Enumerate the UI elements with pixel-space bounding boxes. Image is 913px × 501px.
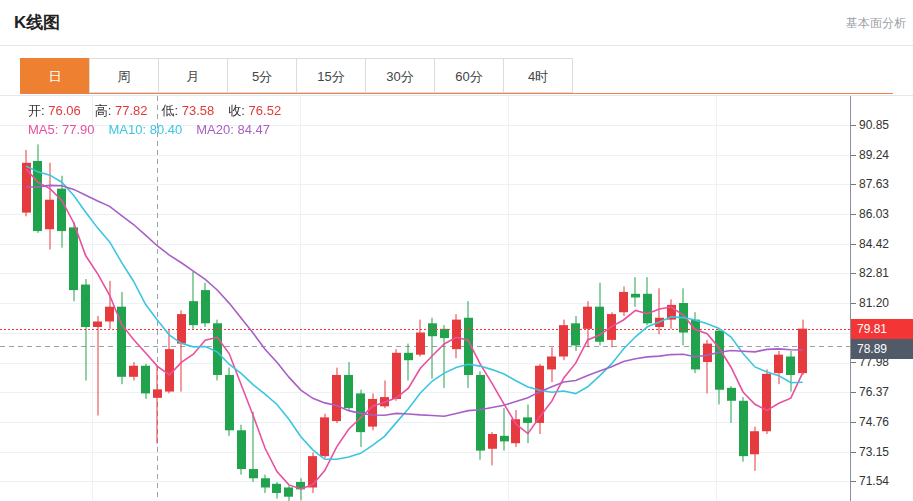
axis-tick-label: 73.15: [859, 444, 889, 460]
price-axis: 90.8589.2487.6386.0384.4282.8181.2077.98…: [850, 96, 913, 501]
crosshair-price-badge: 78.89: [851, 339, 913, 359]
axis-tickmark: [851, 184, 856, 185]
ma-ma5-value: 77.90: [58, 122, 94, 137]
page-title: K线图: [14, 11, 60, 34]
axis-tickmark: [851, 214, 856, 215]
tab-15min[interactable]: 15分: [296, 58, 366, 93]
kline-canvas[interactable]: [0, 96, 850, 501]
axis-tickmark: [851, 273, 856, 274]
axis-tick-label: 82.81: [859, 265, 889, 281]
chart-readout: 开: 76.06高: 77.82低: 73.58收: 76.52 MA5: 77…: [28, 101, 295, 139]
axis-tick-label: 86.03: [859, 206, 889, 222]
ohlc-high-label: 高:: [95, 103, 112, 118]
ohlc-open-value: 76.06: [45, 103, 81, 118]
title-divider: [0, 45, 913, 46]
axis-tickmark: [851, 244, 856, 245]
axis-tick-label: 71.54: [859, 473, 889, 489]
tab-month[interactable]: 月: [158, 58, 228, 93]
axis-tickmark: [851, 452, 856, 453]
axis-tick-label: 90.85: [859, 117, 889, 133]
axis-tick-label: 81.20: [859, 295, 889, 311]
chart-area: 开: 76.06高: 77.82低: 73.58收: 76.52 MA5: 77…: [0, 95, 913, 501]
tab-week[interactable]: 周: [89, 58, 159, 93]
kline-widget: K线图 基本面分析 日周月5分15分30分60分4时 开: 76.06高: 77…: [0, 0, 913, 501]
axis-tickmark: [851, 155, 856, 156]
tab-60min[interactable]: 60分: [434, 58, 504, 93]
ma-readout: MA5: 77.90MA10: 80.40MA20: 84.47: [28, 120, 295, 139]
period-tabbar: 日周月5分15分30分60分4时: [20, 58, 893, 94]
tab-day[interactable]: 日: [20, 58, 90, 93]
ohlc-open-label: 开:: [28, 103, 45, 118]
tab-30min[interactable]: 30分: [365, 58, 435, 93]
ma-ma20-label: MA20:: [196, 122, 234, 137]
ma-ma5-label: MA5:: [28, 122, 58, 137]
axis-tickmark: [851, 303, 856, 304]
ohlc-close-label: 收:: [228, 103, 245, 118]
ohlc-low-label: 低:: [162, 103, 179, 118]
axis-tick-label: 89.24: [859, 147, 889, 163]
ma-ma10-label: MA10:: [109, 122, 147, 137]
axis-tickmark: [851, 362, 856, 363]
tab-4hour[interactable]: 4时: [503, 58, 573, 93]
fundamental-analysis-link[interactable]: 基本面分析: [846, 15, 906, 32]
axis-tick-label: 87.63: [859, 176, 889, 192]
current-price-badge: 79.81: [851, 319, 913, 339]
axis-tick-label: 76.37: [859, 384, 889, 400]
ohlc-high-value: 77.82: [111, 103, 147, 118]
ohlc-readout: 开: 76.06高: 77.82低: 73.58收: 76.52: [28, 101, 295, 120]
axis-tickmark: [851, 392, 856, 393]
tab-5min[interactable]: 5分: [227, 58, 297, 93]
axis-tickmark: [851, 422, 856, 423]
axis-tick-label: 74.76: [859, 414, 889, 430]
axis-tickmark: [851, 125, 856, 126]
ma-ma20-value: 84.47: [234, 122, 270, 137]
ohlc-close-value: 76.52: [245, 103, 281, 118]
ohlc-low-value: 73.58: [178, 103, 214, 118]
axis-tick-label: 84.42: [859, 236, 889, 252]
ma-ma10-value: 80.40: [146, 122, 182, 137]
axis-tickmark: [851, 481, 856, 482]
